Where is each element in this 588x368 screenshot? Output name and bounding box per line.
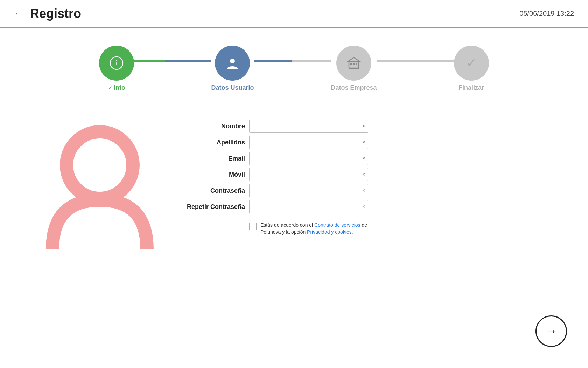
input-wrapper-contrasena: ×: [249, 184, 368, 197]
stepper: i ✓ Info Datos Usuario: [0, 46, 588, 91]
label-repetir-contrasena: Repetir Contraseña: [168, 203, 245, 211]
label-apellidos: Apellidos: [168, 139, 245, 146]
step-datos-usuario[interactable]: Datos Usuario: [211, 46, 254, 91]
input-repetir-contrasena[interactable]: [249, 200, 368, 213]
header-left: ← Registro: [14, 6, 81, 21]
link-privacidad[interactable]: Privacidad y cookies: [307, 229, 352, 235]
input-nombre[interactable]: [249, 120, 368, 133]
main-content: Nombre × Apellidos × Email × Móvil: [0, 105, 588, 253]
step-circle-info: i: [99, 46, 134, 81]
input-contrasena[interactable]: [249, 184, 368, 197]
label-nombre: Nombre: [168, 123, 245, 130]
clear-movil[interactable]: ×: [362, 172, 365, 177]
svg-rect-6: [356, 63, 357, 65]
next-button[interactable]: →: [536, 315, 567, 347]
connector-1: [134, 60, 211, 62]
svg-point-2: [230, 59, 235, 63]
agreement-checkbox[interactable]: [249, 223, 257, 230]
input-email[interactable]: [249, 152, 368, 165]
step-info[interactable]: i ✓ Info: [99, 46, 134, 91]
form-row-movil: Móvil ×: [168, 168, 382, 181]
svg-rect-5: [353, 63, 355, 65]
svg-marker-7: [348, 57, 360, 62]
input-wrapper-email: ×: [249, 152, 368, 165]
form-row-apellidos: Apellidos ×: [168, 136, 382, 149]
input-wrapper-apellidos: ×: [249, 136, 368, 149]
svg-rect-4: [350, 63, 352, 65]
clear-apellidos[interactable]: ×: [362, 139, 365, 145]
connector-2: [254, 60, 331, 62]
label-movil: Móvil: [168, 171, 245, 178]
form-section: Nombre × Apellidos × Email × Móvil: [168, 120, 382, 236]
label-contrasena: Contraseña: [168, 187, 245, 195]
link-contrato[interactable]: Contrato de servicios: [314, 222, 360, 228]
clear-email[interactable]: ×: [362, 156, 365, 161]
connector-3: [377, 60, 454, 62]
svg-text:i: i: [116, 59, 118, 67]
header: ← Registro 05/06/2019 13:22: [0, 0, 588, 28]
agreement-row: Estás de acuerdo con el Contrato de serv…: [249, 222, 382, 236]
label-email: Email: [168, 155, 245, 162]
input-wrapper-repetir-contrasena: ×: [249, 200, 368, 213]
page-title: Registro: [30, 6, 81, 21]
form-row-email: Email ×: [168, 152, 382, 165]
next-icon: →: [545, 324, 558, 339]
input-movil[interactable]: [249, 168, 368, 181]
clear-repetir-contrasena[interactable]: ×: [362, 204, 365, 210]
input-apellidos[interactable]: [249, 136, 368, 149]
svg-point-9: [66, 132, 133, 198]
input-wrapper-movil: ×: [249, 168, 368, 181]
avatar-illustration: [35, 120, 154, 253]
step-circle-finalizar: ✓: [454, 46, 489, 81]
form-row-contrasena: Contraseña ×: [168, 184, 382, 197]
svg-rect-8: [349, 68, 359, 69]
back-button[interactable]: ←: [14, 8, 24, 19]
clear-contrasena[interactable]: ×: [362, 188, 365, 193]
clear-nombre[interactable]: ×: [362, 123, 365, 129]
step-datos-empresa[interactable]: Datos Empresa: [331, 46, 377, 91]
form-row-repetir-contrasena: Repetir Contraseña ×: [168, 200, 382, 213]
step-circle-datos-usuario: [215, 46, 250, 81]
step-label-datos-usuario: Datos Usuario: [211, 84, 254, 91]
form-row-nombre: Nombre ×: [168, 120, 382, 133]
step-label-info: ✓ Info: [108, 84, 125, 91]
step-circle-datos-empresa: [336, 46, 371, 81]
step-label-datos-empresa: Datos Empresa: [331, 84, 377, 91]
input-wrapper-nombre: ×: [249, 120, 368, 133]
datetime: 05/06/2019 13:22: [519, 9, 574, 18]
agreement-text: Estás de acuerdo con el Contrato de serv…: [260, 222, 382, 236]
step-label-finalizar: Finalizar: [458, 84, 484, 91]
step-finalizar[interactable]: ✓ Finalizar: [454, 46, 489, 91]
